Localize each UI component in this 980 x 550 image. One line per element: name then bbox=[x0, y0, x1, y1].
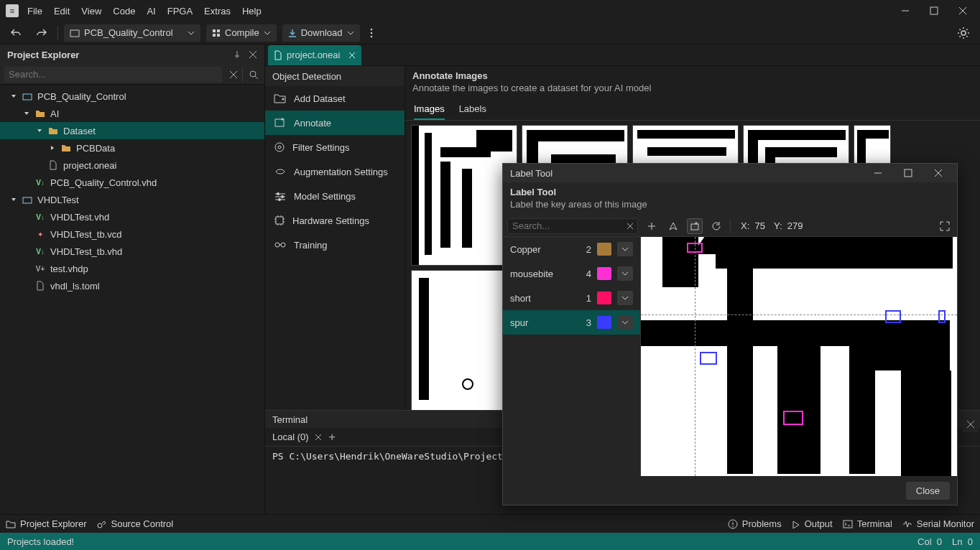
refresh-button[interactable] bbox=[708, 218, 724, 234]
obj-item-model-settings[interactable]: Model Settings bbox=[265, 184, 405, 208]
menu-edit[interactable]: Edit bbox=[48, 3, 75, 19]
minimize-button[interactable] bbox=[898, 4, 912, 18]
clear-search-icon[interactable] bbox=[225, 70, 242, 79]
menu-file[interactable]: File bbox=[22, 3, 48, 19]
label-copper[interactable]: Copper2 bbox=[503, 237, 640, 261]
color-swatch[interactable] bbox=[597, 292, 611, 304]
obj-item-add-dataset[interactable]: Add Dataset bbox=[265, 86, 405, 111]
panel-close-icon[interactable] bbox=[963, 416, 979, 432]
annotation-canvas[interactable] bbox=[641, 237, 957, 476]
expand-caret-icon[interactable] bbox=[49, 145, 56, 151]
dialog-maximize-button[interactable] bbox=[901, 166, 915, 180]
undo-button[interactable] bbox=[6, 25, 26, 41]
label-menu-button[interactable] bbox=[617, 266, 633, 281]
bounding-box[interactable] bbox=[783, 411, 803, 425]
color-swatch[interactable] bbox=[597, 267, 611, 280]
tree-node[interactable]: V+test.vhdp bbox=[0, 260, 264, 277]
color-swatch[interactable] bbox=[597, 316, 611, 329]
tree-label: VHDLTest_tb.vcd bbox=[50, 229, 121, 240]
bounding-box[interactable] bbox=[885, 310, 901, 323]
tree-label: PCBData bbox=[76, 143, 115, 154]
tree-node[interactable]: AI bbox=[0, 105, 264, 122]
terminal-tab[interactable]: Local (0) bbox=[272, 432, 322, 442]
label-short[interactable]: short1 bbox=[503, 286, 640, 310]
add-label-button[interactable] bbox=[644, 218, 660, 234]
close-button[interactable]: Close bbox=[906, 482, 950, 500]
close-window-button[interactable] bbox=[956, 4, 970, 18]
label-menu-button[interactable] bbox=[617, 242, 633, 256]
label-menu-button[interactable] bbox=[617, 315, 633, 330]
status-col: Col 0 bbox=[917, 536, 942, 547]
obj-item-filter-settings[interactable]: Filter Settings bbox=[265, 135, 405, 159]
tree-node[interactable]: vhdl_ls.toml bbox=[0, 277, 264, 294]
thumbnail[interactable] bbox=[411, 125, 517, 266]
bottom-terminal[interactable]: Terminal bbox=[843, 518, 892, 529]
menu-help[interactable]: Help bbox=[236, 3, 267, 19]
menu-view[interactable]: View bbox=[75, 3, 107, 19]
file-icon bbox=[47, 159, 59, 171]
tree-node[interactable]: V↓VHDLTest.vhd bbox=[0, 208, 264, 225]
label-menu-button[interactable] bbox=[617, 291, 633, 305]
expand-caret-icon[interactable] bbox=[10, 197, 17, 202]
dialog-minimize-button[interactable] bbox=[871, 166, 885, 180]
object-detection-title: Object Detection bbox=[265, 66, 405, 86]
expand-caret-icon[interactable] bbox=[23, 111, 30, 116]
menu-code[interactable]: Code bbox=[107, 3, 141, 19]
vhd-icon: V↓ bbox=[34, 177, 46, 188]
pointer-tool-button[interactable] bbox=[665, 218, 681, 234]
pin-icon[interactable] bbox=[233, 50, 241, 59]
bottom-project-explorer[interactable]: Project Explorer bbox=[6, 518, 86, 529]
search-icon[interactable] bbox=[243, 70, 264, 80]
close-icon[interactable] bbox=[249, 50, 257, 59]
expand-caret-icon[interactable] bbox=[10, 93, 17, 99]
obj-item-annotate[interactable]: Annotate bbox=[265, 111, 405, 135]
thumbnail[interactable] bbox=[411, 270, 517, 410]
label-search-input[interactable] bbox=[507, 218, 638, 234]
tree-node[interactable]: PCB_Quality_Control bbox=[0, 88, 264, 105]
project-selector[interactable]: PCB_Quality_Control bbox=[64, 24, 200, 42]
fit-screen-button[interactable] bbox=[937, 218, 953, 234]
label-mousebite[interactable]: mousebite4 bbox=[503, 261, 640, 286]
clear-icon[interactable] bbox=[627, 223, 634, 230]
tree-node[interactable]: project.oneai bbox=[0, 157, 264, 174]
tree-node[interactable]: ✦VHDLTest_tb.vcd bbox=[0, 225, 264, 243]
redo-button[interactable] bbox=[32, 25, 52, 41]
bottom-problems[interactable]: Problems bbox=[728, 518, 782, 529]
bounding-box[interactable] bbox=[687, 243, 703, 253]
box-tool-button[interactable] bbox=[687, 218, 703, 234]
color-swatch[interactable] bbox=[597, 243, 611, 256]
menu-fpga[interactable]: FPGA bbox=[162, 3, 198, 19]
obj-item-training[interactable]: Training bbox=[265, 233, 405, 257]
obj-item-augmentation-settings[interactable]: Augmentation Settings bbox=[265, 159, 405, 184]
menu-ai[interactable]: AI bbox=[141, 3, 161, 19]
maximize-button[interactable] bbox=[927, 4, 941, 18]
bottom-serial-monitor[interactable]: Serial Monitor bbox=[902, 518, 974, 529]
compile-button[interactable]: Compile bbox=[206, 24, 277, 42]
tab-labels[interactable]: Labels bbox=[459, 99, 486, 120]
editor-tab[interactable]: project.oneai bbox=[268, 45, 361, 65]
bottom-source-control[interactable]: Source Control bbox=[96, 518, 173, 529]
svg-point-50 bbox=[98, 523, 102, 528]
tree-node[interactable]: Dataset bbox=[0, 122, 264, 139]
explorer-search-input[interactable] bbox=[4, 67, 222, 83]
settings-button[interactable] bbox=[953, 24, 974, 42]
new-terminal-button[interactable]: + bbox=[329, 431, 336, 444]
close-tab-icon[interactable] bbox=[348, 52, 356, 59]
tree-node[interactable]: PCBData bbox=[0, 139, 264, 157]
more-button[interactable] bbox=[366, 26, 377, 40]
download-button[interactable]: Download bbox=[282, 24, 360, 42]
bounding-box[interactable] bbox=[938, 310, 946, 323]
tab-images[interactable]: Images bbox=[414, 99, 445, 120]
expand-caret-icon[interactable] bbox=[36, 128, 43, 134]
tree-node[interactable]: V↓PCB_Quality_Control.vhd bbox=[0, 174, 264, 191]
menu-extras[interactable]: Extras bbox=[198, 3, 236, 19]
obj-item-hardware-settings[interactable]: Hardware Settings bbox=[265, 208, 405, 233]
close-icon[interactable] bbox=[315, 434, 322, 441]
tree-node[interactable]: VHDLTest bbox=[0, 191, 264, 208]
bottom-output[interactable]: Output bbox=[792, 518, 833, 529]
label-spur[interactable]: spur3 bbox=[503, 310, 640, 335]
dialog-titlebar[interactable]: Label Tool bbox=[503, 164, 957, 182]
bounding-box[interactable] bbox=[700, 352, 717, 365]
tree-node[interactable]: V↓VHDLTest_tb.vhd bbox=[0, 243, 264, 260]
dialog-close-button[interactable] bbox=[931, 166, 946, 180]
